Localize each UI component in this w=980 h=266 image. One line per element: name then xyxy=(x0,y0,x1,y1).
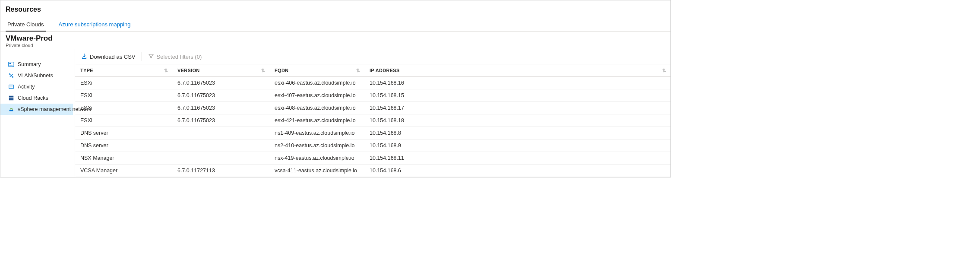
cell-ip: 10.154.168.18 xyxy=(364,114,670,127)
sort-icon: ⇅ xyxy=(164,68,168,73)
cell-ip: 10.154.168.15 xyxy=(364,89,670,102)
cell-version: 6.7.0.11675023 xyxy=(172,102,269,114)
toolbar-separator xyxy=(142,52,142,61)
cell-version: 6.7.0.11727113 xyxy=(172,165,269,177)
svg-rect-12 xyxy=(9,99,14,101)
selected-filters-label: Selected filters (0) xyxy=(157,54,202,60)
cell-type: ESXi xyxy=(75,102,172,114)
cell-fqdn: nsx-419-eastus.az.cloudsimple.io xyxy=(269,152,364,165)
table-row[interactable]: ESXi 6.7.0.11675023 esxi-406-eastus.az.c… xyxy=(75,77,670,89)
download-icon xyxy=(81,53,87,60)
col-fqdn[interactable]: FQDN ⇅ xyxy=(269,64,364,77)
sidebar-item-summary[interactable]: Summary xyxy=(0,59,75,70)
cell-type: ESXi xyxy=(75,77,172,89)
cell-version xyxy=(172,139,269,152)
table-row[interactable]: ESXi 6.7.0.11675023 esxi-421-eastus.az.c… xyxy=(75,114,670,127)
cell-ip: 10.154.168.9 xyxy=(364,139,670,152)
tab-azure-subscriptions-mapping[interactable]: Azure subscriptions mapping xyxy=(57,18,133,31)
vsphere-icon xyxy=(8,106,14,112)
cell-version xyxy=(172,127,269,139)
sidebar-item-vsphere[interactable]: vSphere management network xyxy=(0,104,73,115)
filter-icon xyxy=(148,53,154,60)
table-row[interactable]: ESXi 6.7.0.11675023 esxi-408-eastus.az.c… xyxy=(75,102,670,114)
selected-filters-button[interactable]: Selected filters (0) xyxy=(146,52,204,61)
sidebar-item-cloud-racks[interactable]: Cloud Racks xyxy=(0,92,75,104)
cell-ip: 10.154.168.16 xyxy=(364,77,670,89)
table-row[interactable]: VCSA Manager 6.7.0.11727113 vcsa-411-eas… xyxy=(75,165,670,177)
cell-type: VCSA Manager xyxy=(75,165,172,177)
sidebar-item-label: Activity xyxy=(18,84,35,90)
summary-icon xyxy=(8,61,14,67)
col-ip[interactable]: IP ADDRESS ⇅ xyxy=(364,64,670,77)
svg-rect-13 xyxy=(9,110,13,111)
sidebar-item-label: VLAN/Subnets xyxy=(18,73,53,79)
cell-fqdn: esxi-408-eastus.az.cloudsimple.io xyxy=(269,102,364,114)
table-row[interactable]: ESXi 6.7.0.11675023 esxi-407-eastus.az.c… xyxy=(75,89,670,102)
svg-point-5 xyxy=(12,76,13,78)
cell-type: DNS server xyxy=(75,139,172,152)
tab-label: Private Clouds xyxy=(7,21,44,28)
cell-fqdn: esxi-407-eastus.az.cloudsimple.io xyxy=(269,89,364,102)
download-csv-label: Download as CSV xyxy=(90,54,136,60)
cell-type: ESXi xyxy=(75,89,172,102)
col-label: IP ADDRESS xyxy=(370,68,400,73)
cell-version: 6.7.0.11675023 xyxy=(172,89,269,102)
tab-label: Azure subscriptions mapping xyxy=(59,21,131,28)
table-row[interactable]: NSX Manager nsx-419-eastus.az.cloudsimpl… xyxy=(75,152,670,165)
cell-type: ESXi xyxy=(75,114,172,127)
table-row[interactable]: DNS server ns2-410-eastus.az.cloudsimple… xyxy=(75,139,670,152)
cloud-title-block: VMware-Prod Private cloud xyxy=(0,32,670,49)
cell-type: NSX Manager xyxy=(75,152,172,165)
cell-version: 6.7.0.11675023 xyxy=(172,114,269,127)
cell-fqdn: esxi-406-eastus.az.cloudsimple.io xyxy=(269,77,364,89)
col-label: VERSION xyxy=(177,68,200,73)
cell-fqdn: ns1-409-eastus.az.cloudsimple.io xyxy=(269,127,364,139)
main-layout: Summary VLAN/Subnets Activity Cloud Rack… xyxy=(0,49,670,177)
sidebar-item-label: Summary xyxy=(18,61,41,67)
col-type[interactable]: TYPE ⇅ xyxy=(75,64,172,77)
sidebar-item-activity[interactable]: Activity xyxy=(0,81,75,92)
cell-fqdn: vcsa-411-eastus.az.cloudsimple.io xyxy=(269,165,364,177)
table-header-row: TYPE ⇅ VERSION ⇅ FQDN ⇅ IP ADDRESS ⇅ xyxy=(75,64,670,77)
cloud-name: VMware-Prod xyxy=(6,34,665,43)
cell-version xyxy=(172,152,269,165)
sort-icon: ⇅ xyxy=(356,68,360,73)
sidebar-item-label: Cloud Racks xyxy=(18,95,48,101)
cloud-subtitle: Private cloud xyxy=(6,43,665,48)
download-csv-button[interactable]: Download as CSV xyxy=(79,52,137,61)
cell-version: 6.7.0.11675023 xyxy=(172,77,269,89)
table-row[interactable]: DNS server ns1-409-eastus.az.cloudsimple… xyxy=(75,127,670,139)
vsphere-table: TYPE ⇅ VERSION ⇅ FQDN ⇅ IP ADDRESS ⇅ xyxy=(75,64,670,177)
col-label: TYPE xyxy=(80,68,93,73)
col-label: FQDN xyxy=(275,68,288,73)
cell-ip: 10.154.168.11 xyxy=(364,152,670,165)
sidebar-item-vlan[interactable]: VLAN/Subnets xyxy=(0,70,75,81)
cell-fqdn: ns2-410-eastus.az.cloudsimple.io xyxy=(269,139,364,152)
racks-icon xyxy=(8,95,14,101)
page-header: Resources xyxy=(0,0,670,18)
svg-rect-10 xyxy=(9,96,14,97)
sort-icon: ⇅ xyxy=(261,68,265,73)
cell-ip: 10.154.168.6 xyxy=(364,165,670,177)
svg-rect-11 xyxy=(9,98,14,99)
sort-icon: ⇅ xyxy=(662,68,666,73)
content-area: Download as CSV Selected filters (0) xyxy=(75,49,670,177)
cell-ip: 10.154.168.17 xyxy=(364,102,670,114)
network-icon xyxy=(8,73,14,79)
sidebar: Summary VLAN/Subnets Activity Cloud Rack… xyxy=(0,49,75,177)
col-version[interactable]: VERSION ⇅ xyxy=(172,64,269,77)
cell-fqdn: esxi-421-eastus.az.cloudsimple.io xyxy=(269,114,364,127)
table-body: ESXi 6.7.0.11675023 esxi-406-eastus.az.c… xyxy=(75,77,670,177)
toolbar: Download as CSV Selected filters (0) xyxy=(75,49,670,64)
svg-rect-1 xyxy=(9,63,11,64)
tabs-row: Private Clouds Azure subscriptions mappi… xyxy=(0,18,670,32)
cell-ip: 10.154.168.8 xyxy=(364,127,670,139)
activity-icon xyxy=(8,84,14,90)
page-title: Resources xyxy=(6,6,665,13)
tab-private-clouds[interactable]: Private Clouds xyxy=(6,18,46,31)
cell-type: DNS server xyxy=(75,127,172,139)
svg-point-4 xyxy=(9,73,10,75)
